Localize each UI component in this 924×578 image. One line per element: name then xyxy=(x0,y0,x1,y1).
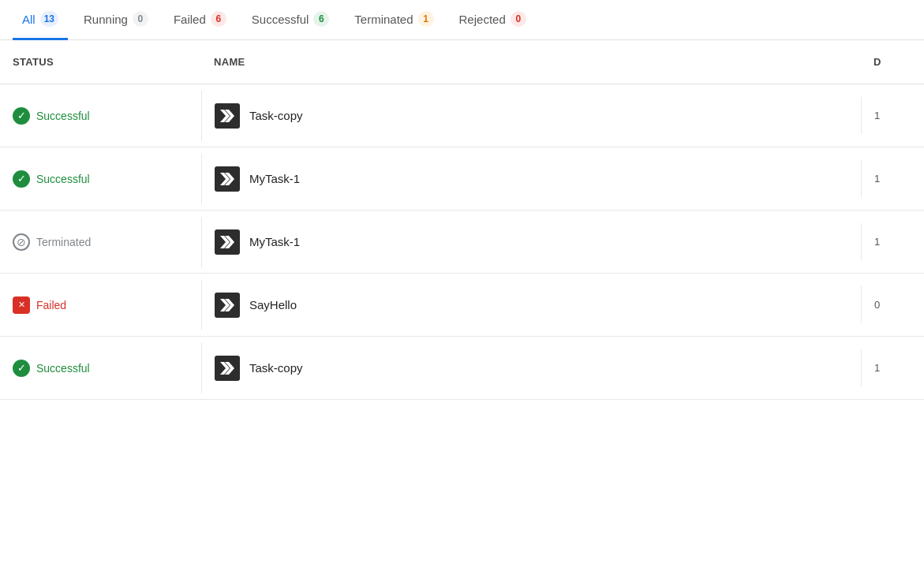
col-name-header: Name xyxy=(201,50,861,74)
tab-successful[interactable]: Successful 6 xyxy=(242,0,339,40)
data-cell: 1 xyxy=(861,97,924,134)
tab-label-all: All xyxy=(22,13,36,26)
tab-badge-failed: 6 xyxy=(211,11,226,27)
task-name: MyTask-1 xyxy=(249,235,300,248)
check-icon: ✓ xyxy=(13,170,30,188)
task-name: MyTask-1 xyxy=(249,172,300,185)
tab-rejected[interactable]: Rejected 0 xyxy=(450,0,536,40)
status-label: Successful xyxy=(36,173,90,185)
col-data-header: D xyxy=(861,50,924,74)
tab-badge-successful: 6 xyxy=(313,11,329,27)
table-row[interactable]: ✓ Successful Task-copy 1 xyxy=(0,84,924,147)
status-cell: ✕ Failed xyxy=(0,284,201,326)
table-row[interactable]: ✓ Successful MyTask-1 1 xyxy=(0,147,924,211)
tab-label-terminated: Terminated xyxy=(354,13,413,26)
tab-label-rejected: Rejected xyxy=(459,13,506,26)
tab-running[interactable]: Running 0 xyxy=(74,0,158,40)
task-icon xyxy=(215,356,240,381)
tab-label-successful: Successful xyxy=(252,13,309,26)
status-cell: ⊘ Terminated xyxy=(0,221,201,263)
x-icon: ✕ xyxy=(13,296,30,314)
task-icon xyxy=(215,166,240,192)
task-name: SayHello xyxy=(249,298,297,311)
tab-badge-all: 13 xyxy=(40,11,58,27)
task-icon xyxy=(215,293,240,318)
col-status-header: Status xyxy=(0,50,201,74)
data-cell: 1 xyxy=(861,160,924,197)
status-cell: ✓ Successful xyxy=(0,347,201,390)
table-body: ✓ Successful Task-copy 1 ✓ Successful My… xyxy=(0,84,924,400)
tabs-container: All 13 Running 0 Failed 6 Successful 6 T… xyxy=(0,0,924,40)
check-icon: ✓ xyxy=(13,107,30,125)
ban-icon: ⊘ xyxy=(13,233,30,251)
status-label: Successful xyxy=(36,362,90,375)
table-row[interactable]: ✓ Successful Task-copy 1 xyxy=(0,337,924,400)
tab-label-running: Running xyxy=(84,13,128,26)
task-name: Task-copy xyxy=(249,361,303,375)
name-cell: MyTask-1 xyxy=(201,154,861,204)
tab-badge-running: 0 xyxy=(133,11,148,27)
name-cell: Task-copy xyxy=(201,343,861,393)
check-icon: ✓ xyxy=(13,360,30,377)
data-cell: 0 xyxy=(861,286,924,323)
tab-badge-rejected: 0 xyxy=(511,11,526,27)
status-label: Terminated xyxy=(36,236,91,248)
tab-all[interactable]: All 13 xyxy=(13,0,68,40)
tabs-bar: All 13 Running 0 Failed 6 Successful 6 T… xyxy=(0,0,924,40)
status-label: Failed xyxy=(36,299,66,311)
task-name: Task-copy xyxy=(249,109,303,122)
table-header: Status Name D xyxy=(0,40,924,84)
name-cell: SayHello xyxy=(201,280,861,330)
table-container: Status Name D ✓ Successful Task-copy 1 ✓… xyxy=(0,40,924,400)
tab-badge-terminated: 1 xyxy=(418,11,434,27)
status-label: Successful xyxy=(36,110,90,122)
status-cell: ✓ Successful xyxy=(0,95,201,137)
tab-terminated[interactable]: Terminated 1 xyxy=(345,0,443,40)
name-cell: Task-copy xyxy=(201,91,861,141)
status-cell: ✓ Successful xyxy=(0,158,201,200)
tab-failed[interactable]: Failed 6 xyxy=(164,0,236,40)
table-row[interactable]: ✕ Failed SayHello 0 xyxy=(0,274,924,337)
name-cell: MyTask-1 xyxy=(201,217,861,267)
data-cell: 1 xyxy=(861,223,924,260)
table-row[interactable]: ⊘ Terminated MyTask-1 1 xyxy=(0,211,924,274)
data-cell: 1 xyxy=(861,349,924,386)
tab-label-failed: Failed xyxy=(174,13,206,26)
task-icon xyxy=(215,103,240,129)
task-icon xyxy=(215,229,240,255)
